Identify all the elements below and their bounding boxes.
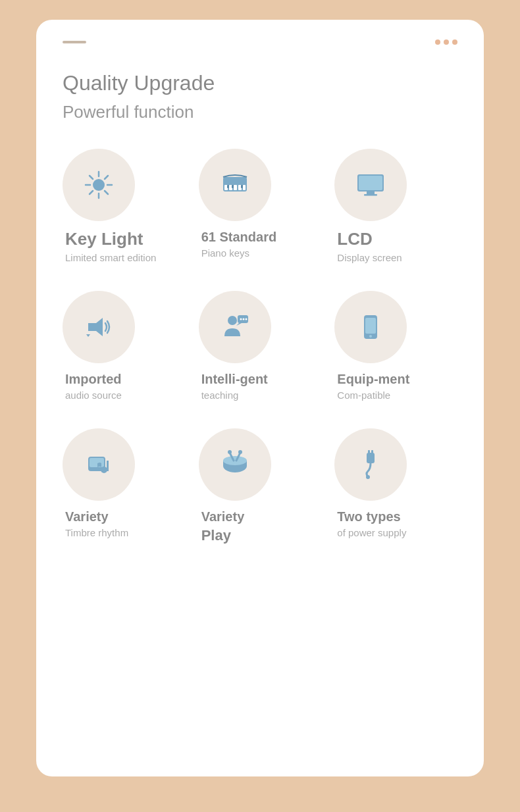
key-light-icon-circle	[63, 149, 135, 221]
svg-rect-12	[234, 185, 237, 190]
compatible-name: Equip-ment	[337, 371, 409, 387]
music-note-icon	[82, 447, 116, 482]
teaching-text: Intelli-gent teaching	[199, 371, 268, 402]
svg-rect-44	[368, 450, 370, 454]
svg-rect-35	[107, 461, 109, 471]
svg-rect-21	[364, 194, 377, 196]
audio-icon-circle	[63, 291, 135, 363]
lcd-icon-circle	[334, 149, 407, 221]
piano-icon	[218, 168, 252, 202]
sub-title: Powerful function	[63, 102, 457, 122]
lcd-name: LCD	[337, 229, 402, 249]
teaching-desc: teaching	[201, 388, 268, 402]
power-desc: of power supply	[337, 526, 406, 540]
sun-icon	[82, 168, 116, 202]
svg-rect-30	[365, 318, 376, 334]
teaching-name: Intelli-gent	[201, 371, 268, 387]
feature-key-light: Key Light Limited smart edition	[63, 149, 186, 265]
power-text: Two types of power supply	[334, 509, 406, 540]
svg-rect-43	[367, 453, 375, 463]
svg-point-34	[101, 467, 107, 473]
svg-marker-22	[88, 318, 103, 336]
monitor-icon	[353, 168, 388, 202]
svg-point-42	[238, 450, 242, 454]
top-dash-line	[63, 41, 86, 43]
svg-point-26	[240, 318, 242, 320]
svg-rect-19	[359, 176, 382, 190]
timbre-icon-circle	[63, 428, 135, 501]
svg-rect-14	[243, 185, 246, 190]
piano-name: 61 Standard	[201, 229, 276, 245]
svg-rect-15	[227, 185, 229, 188]
feature-power: Two types of power supply	[334, 428, 457, 546]
audio-name: Imported	[65, 371, 122, 387]
feature-piano-keys: 61 Standard Piano keys	[199, 149, 322, 265]
svg-point-28	[245, 318, 247, 320]
svg-line-7	[105, 176, 108, 179]
svg-point-31	[369, 335, 372, 338]
svg-rect-17	[241, 185, 243, 188]
play-desc: Play	[201, 526, 245, 546]
svg-rect-33	[90, 458, 104, 467]
svg-rect-20	[367, 191, 375, 194]
piano-desc: Piano keys	[201, 246, 276, 260]
svg-point-38	[223, 456, 247, 465]
main-card: Quality Upgrade Powerful function	[36, 20, 484, 776]
audio-text: Imported audio source	[63, 371, 122, 402]
play-name: Variety	[201, 509, 245, 524]
lcd-desc: Display screen	[337, 251, 402, 265]
feature-timbre: Variety Timbre rhythm	[63, 428, 186, 546]
feature-audio: Imported audio source	[63, 291, 186, 402]
speaker-icon	[82, 310, 116, 344]
phone-icon	[353, 310, 388, 344]
svg-point-41	[228, 450, 232, 454]
svg-rect-16	[232, 185, 234, 188]
dot-1	[435, 39, 440, 45]
features-grid: Key Light Limited smart edition	[63, 149, 457, 546]
svg-line-6	[105, 191, 108, 194]
title-section: Quality Upgrade Powerful function	[63, 71, 457, 122]
main-title: Quality Upgrade	[63, 71, 457, 95]
top-bar	[63, 39, 457, 45]
feature-play: Variety Play	[199, 428, 322, 546]
timbre-desc: Timbre rhythm	[65, 526, 128, 540]
key-light-text: Key Light Limited smart edition	[63, 229, 156, 265]
svg-point-0	[93, 179, 105, 191]
play-icon-circle	[199, 428, 271, 501]
drum-icon	[218, 447, 252, 482]
compatible-icon-circle	[334, 291, 407, 363]
audio-desc: audio source	[65, 388, 122, 402]
teacher-icon	[218, 310, 252, 344]
feature-compatible: Equip-ment Com-patible	[334, 291, 457, 402]
timbre-text: Variety Timbre rhythm	[63, 509, 128, 540]
power-icon-circle	[334, 428, 407, 501]
feature-teaching: Intelli-gent teaching	[199, 291, 322, 402]
svg-marker-25	[236, 323, 242, 326]
timbre-name: Variety	[65, 509, 128, 524]
dot-3	[452, 39, 457, 45]
piano-text: 61 Standard Piano keys	[199, 229, 276, 260]
power-name: Two types	[337, 509, 406, 524]
svg-line-8	[90, 191, 93, 194]
key-light-name: Key Light	[65, 229, 156, 249]
svg-point-23	[228, 316, 237, 325]
svg-point-46	[366, 475, 370, 479]
key-light-desc: Limited smart edition	[65, 251, 156, 265]
plug-icon	[353, 447, 388, 482]
svg-line-5	[90, 176, 93, 179]
compatible-desc: Com-patible	[337, 388, 409, 402]
feature-lcd: LCD Display screen	[334, 149, 457, 265]
compatible-text: Equip-ment Com-patible	[334, 371, 409, 402]
piano-icon-circle	[199, 149, 271, 221]
dot-2	[444, 39, 449, 45]
teaching-icon-circle	[199, 291, 271, 363]
svg-rect-45	[371, 450, 373, 454]
play-text: Variety Play	[199, 509, 245, 546]
svg-point-27	[242, 318, 244, 320]
top-dots	[435, 39, 457, 45]
lcd-text: LCD Display screen	[334, 229, 402, 265]
